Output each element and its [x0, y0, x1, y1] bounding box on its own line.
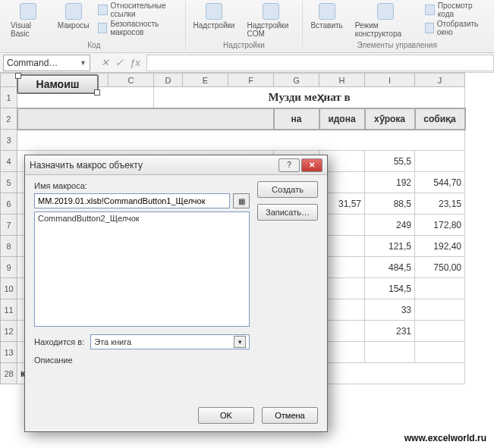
ok-button[interactable]: OK	[198, 407, 254, 424]
com-addins-button[interactable]: Надстройки COM	[244, 2, 297, 39]
row-28[interactable]: 28	[1, 363, 17, 384]
formula-bar[interactable]	[146, 55, 494, 71]
cancel-button[interactable]: Отмена	[262, 407, 318, 424]
close-button[interactable]: ✕	[301, 158, 323, 172]
cell[interactable]	[415, 299, 465, 321]
macro-list-item[interactable]: CommandButton2_Щелчок	[38, 214, 246, 223]
cell[interactable]: 172,80	[415, 215, 465, 236]
row-3[interactable]: 3	[1, 130, 17, 151]
enter-icon[interactable]: ✓	[115, 57, 124, 68]
design-mode-button[interactable]: Режим конструктора	[352, 2, 419, 39]
cell[interactable]: 33	[365, 299, 415, 321]
ribbon-group-addins: Надстройки Надстройки COM Надстройки	[186, 2, 304, 51]
insert-label: Вставить	[310, 21, 342, 30]
show-dialog-button[interactable]: Отобразить окно	[425, 20, 486, 36]
col-J[interactable]: J	[415, 74, 465, 87]
cell[interactable]: 23,15	[415, 193, 465, 215]
addins-icon	[206, 3, 222, 20]
col-C[interactable]: C	[109, 74, 154, 87]
cell[interactable]	[415, 151, 465, 172]
cell[interactable]: 544,70	[415, 172, 465, 193]
row-6[interactable]: 6	[1, 193, 17, 215]
macros-button[interactable]: Макросы	[55, 2, 93, 31]
design-icon	[377, 3, 394, 20]
macro-list[interactable]: CommandButton2_Щелчок	[34, 211, 250, 327]
formula-tools: ✕ ✓ ƒx	[101, 57, 140, 68]
row-1[interactable]: 1	[1, 87, 17, 108]
insert-control-button[interactable]: Вставить	[307, 2, 345, 31]
group-addins-label: Надстройки	[223, 41, 265, 49]
viewcode-label: Просмотр кода	[438, 2, 486, 18]
row-12[interactable]: 12	[1, 321, 17, 342]
row-8[interactable]: 8	[1, 236, 17, 257]
ribbon-group-controls: Вставить Режим конструктора Просмотр код…	[303, 2, 491, 51]
cell[interactable]	[415, 321, 465, 342]
fx-icon[interactable]: ƒx	[130, 57, 140, 68]
create-button[interactable]: Создать	[257, 181, 318, 198]
cell[interactable]: 154,5	[365, 278, 415, 299]
title-cell[interactable]: Музди меҳнат в	[154, 87, 465, 108]
record-button[interactable]: Записать…	[257, 204, 318, 221]
row-5[interactable]: 5	[1, 172, 17, 193]
help-button[interactable]: ?	[278, 158, 300, 172]
location-value: Эта книга	[94, 337, 131, 346]
row-13[interactable]: 13	[1, 342, 17, 363]
comaddins-icon	[263, 3, 279, 20]
dialog-titlebar[interactable]: Назначить макрос объекту ? ✕	[25, 155, 327, 175]
col-E[interactable]: E	[183, 74, 228, 87]
cell[interactable]: 750,00	[415, 257, 465, 278]
location-select[interactable]: Эта книга ▾	[90, 334, 250, 349]
chevron-down-icon[interactable]: ▼	[80, 59, 87, 67]
col-D[interactable]: D	[154, 74, 183, 87]
row-11[interactable]: 11	[1, 299, 17, 321]
cell[interactable]: 192,40	[415, 236, 465, 257]
row-9[interactable]: 9	[1, 257, 17, 278]
cell[interactable]	[415, 342, 465, 363]
cell[interactable]	[17, 108, 274, 130]
hdr-sobiq[interactable]: собиқа	[415, 108, 465, 130]
cell[interactable]: 484,5	[365, 257, 415, 278]
insert-icon	[319, 3, 335, 20]
col-I[interactable]: I	[365, 74, 415, 87]
range-picker-button[interactable]: ▦	[233, 193, 250, 208]
chevron-down-icon[interactable]: ▾	[234, 336, 246, 348]
name-box[interactable]: Command… ▼	[3, 55, 90, 71]
cell[interactable]	[17, 130, 465, 151]
col-F[interactable]: F	[228, 74, 274, 87]
description-label: Описание	[34, 356, 250, 365]
cell[interactable]: 88,5	[365, 193, 415, 215]
cell[interactable]: 231	[365, 321, 415, 342]
hdr-na[interactable]: на	[274, 108, 319, 130]
row-2[interactable]: 2	[1, 108, 17, 130]
ribbon: Visual Basic Макросы Относительные ссылк…	[0, 0, 494, 53]
cell[interactable]	[365, 342, 415, 363]
addins-button[interactable]: Надстройки	[190, 2, 238, 31]
col-G[interactable]: G	[274, 74, 319, 87]
cell[interactable]: 55,5	[365, 151, 415, 172]
macros-icon	[65, 3, 82, 20]
cell[interactable]: 192	[365, 172, 415, 193]
vb-icon	[20, 3, 36, 20]
row-10[interactable]: 10	[1, 278, 17, 299]
view-code-button[interactable]: Просмотр кода	[425, 2, 486, 18]
visual-basic-button[interactable]: Visual Basic	[8, 2, 49, 39]
visual-basic-label: Visual Basic	[11, 21, 46, 38]
row-7[interactable]: 7	[1, 215, 17, 236]
cell[interactable]: 121,5	[365, 236, 415, 257]
macro-name-input[interactable]	[34, 193, 230, 208]
col-H[interactable]: H	[319, 74, 365, 87]
cell[interactable]: 249	[365, 215, 415, 236]
worksheet-button[interactable]: Намоиш	[17, 74, 99, 94]
security-icon	[98, 23, 107, 33]
hdr-idona[interactable]: идона	[319, 108, 365, 130]
namebox-row: Command… ▼ ✕ ✓ ƒx	[0, 53, 494, 73]
ribbon-group-code: Visual Basic Макросы Относительные ссылк…	[3, 2, 186, 51]
macro-security-button[interactable]: Безопасность макросов	[98, 20, 180, 36]
viewcode-icon	[425, 5, 435, 15]
security-label: Безопасность макросов	[110, 20, 180, 36]
hdr-xroka[interactable]: хӯрока	[365, 108, 415, 130]
cell[interactable]	[415, 278, 465, 299]
cancel-icon[interactable]: ✕	[101, 57, 109, 68]
row-4[interactable]: 4	[1, 151, 17, 172]
relative-refs-button[interactable]: Относительные ссылки	[98, 2, 180, 18]
